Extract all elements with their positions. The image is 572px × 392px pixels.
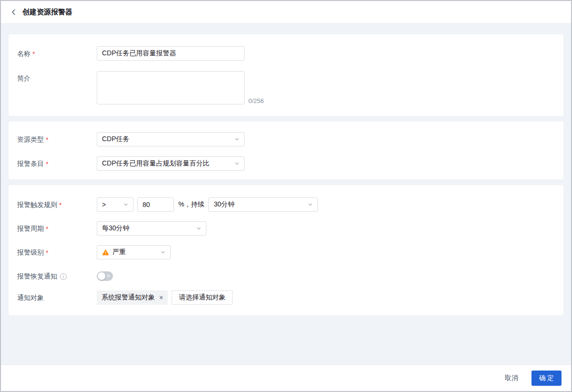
info-icon: i bbox=[60, 273, 67, 280]
cancel-button[interactable]: 取消 bbox=[505, 374, 518, 382]
alarm-rule-section: 报警触发规则 * > %，持续 30分钟 bbox=[9, 185, 563, 315]
alarm-level-value: 严重 bbox=[112, 248, 126, 257]
duration-select[interactable]: 30分钟 bbox=[208, 197, 318, 212]
form-content: 名称 * 简介 0/256 资源类型 * bbox=[1, 23, 571, 364]
page-footer: 取消 确定 bbox=[1, 364, 571, 391]
alarm-period-label: 报警周期 * bbox=[17, 221, 97, 233]
recovery-notification-toggle[interactable]: × bbox=[97, 271, 113, 281]
description-row: 简介 0/256 bbox=[17, 71, 554, 104]
recovery-notification-row: 报警恢复通知 i × bbox=[17, 269, 554, 281]
chevron-down-icon bbox=[123, 202, 128, 207]
notification-target-tag: 系统报警通知对象 × bbox=[97, 290, 168, 305]
name-row: 名称 * bbox=[17, 46, 554, 61]
name-input[interactable] bbox=[97, 46, 245, 61]
chevron-down-icon bbox=[235, 161, 239, 166]
chevron-left-icon bbox=[10, 9, 17, 15]
chevron-down-icon bbox=[235, 137, 239, 142]
operator-select[interactable]: > bbox=[97, 197, 133, 212]
resource-section: 资源类型 * CDP任务 报警条目 * CDP任务已用容量占规划容量百分比 bbox=[9, 122, 563, 179]
description-label: 简介 bbox=[17, 71, 97, 83]
alarm-level-row: 报警级别 * 严重 bbox=[17, 245, 554, 259]
alarm-period-value: 每30分钟 bbox=[102, 224, 130, 233]
back-button[interactable] bbox=[10, 9, 17, 15]
operator-value: > bbox=[102, 201, 106, 208]
required-mark: * bbox=[46, 225, 48, 233]
chevron-down-icon bbox=[308, 202, 313, 207]
confirm-button[interactable]: 确定 bbox=[531, 371, 562, 386]
toggle-off-icon: × bbox=[107, 273, 110, 279]
chevron-down-icon bbox=[196, 226, 201, 231]
tag-label: 系统报警通知对象 bbox=[102, 293, 155, 302]
create-resource-alarm-page: 创建资源报警器 名称 * 简介 0/256 bbox=[0, 0, 572, 392]
alarm-item-select[interactable]: CDP任务已用容量占规划容量百分比 bbox=[97, 156, 245, 171]
page-header: 创建资源报警器 bbox=[1, 1, 571, 23]
resource-type-select[interactable]: CDP任务 bbox=[97, 132, 245, 146]
duration-value: 30分钟 bbox=[214, 200, 235, 209]
toggle-knob bbox=[98, 272, 105, 280]
threshold-input[interactable] bbox=[137, 197, 174, 212]
alarm-level-select[interactable]: 严重 bbox=[97, 245, 171, 259]
page-title: 创建资源报警器 bbox=[22, 8, 72, 17]
char-counter: 0/256 bbox=[248, 97, 264, 104]
resource-type-row: 资源类型 * CDP任务 bbox=[17, 132, 554, 146]
alarm-period-row: 报警周期 * 每30分钟 bbox=[17, 221, 554, 236]
resource-type-label: 资源类型 * bbox=[17, 132, 97, 144]
required-mark: * bbox=[59, 201, 61, 209]
name-label: 名称 * bbox=[17, 46, 97, 58]
required-mark: * bbox=[32, 50, 35, 58]
trigger-rule-label: 报警触发规则 * bbox=[17, 197, 97, 209]
recovery-notification-label: 报警恢复通知 i bbox=[17, 269, 97, 281]
select-notification-target-button[interactable]: 请选择通知对象 bbox=[172, 290, 233, 305]
trigger-rule-row: 报警触发规则 * > %，持续 30分钟 bbox=[17, 197, 554, 212]
basic-info-section: 名称 * 简介 0/256 bbox=[9, 34, 563, 116]
alarm-item-label: 报警条目 * bbox=[17, 156, 97, 168]
warning-triangle-icon bbox=[102, 249, 109, 256]
alarm-period-select[interactable]: 每30分钟 bbox=[97, 221, 206, 236]
remove-tag-icon[interactable]: × bbox=[159, 294, 163, 301]
alarm-item-value: CDP任务已用容量占规划容量百分比 bbox=[102, 159, 210, 168]
required-mark: * bbox=[46, 136, 48, 144]
resource-type-value: CDP任务 bbox=[102, 135, 130, 144]
required-mark: * bbox=[46, 160, 48, 168]
alarm-level-label: 报警级别 * bbox=[17, 245, 97, 257]
alarm-item-row: 报警条目 * CDP任务已用容量占规划容量百分比 bbox=[17, 156, 554, 171]
required-mark: * bbox=[46, 249, 48, 257]
chevron-down-icon bbox=[161, 250, 165, 255]
notification-targets-row: 通知对象 系统报警通知对象 × 请选择通知对象 bbox=[17, 290, 554, 305]
threshold-unit-text: %，持续 bbox=[178, 200, 204, 209]
description-textarea[interactable] bbox=[97, 71, 245, 104]
notification-targets-label: 通知对象 bbox=[17, 290, 97, 302]
